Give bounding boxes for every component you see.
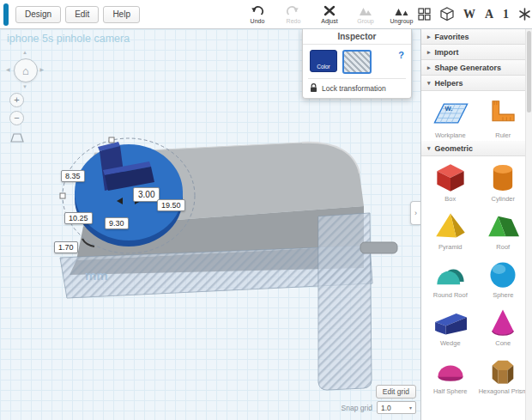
menu-edit[interactable]: Edit [65,6,99,23]
round-roof-shape-icon [431,258,470,290]
one-icon[interactable]: 1 [503,8,509,21]
lock-icon [310,83,317,93]
scrollbar-thumb[interactable] [527,31,531,113]
sidebar-scrollbar[interactable] [525,29,532,420]
shape-box[interactable]: Box [426,161,475,203]
export-icons: W A 1 [418,7,532,21]
orbit-down-icon[interactable]: ▼ [22,84,27,89]
group-icon [359,5,372,17]
shape-sphere[interactable]: Sphere [478,258,528,299]
divider [308,78,406,79]
help-icon[interactable]: ? [398,50,404,60]
redo-icon [287,5,299,17]
redo-label: Redo [287,18,301,24]
redo-button[interactable]: Redo [277,5,310,24]
shape-cone[interactable]: Cone [478,306,528,347]
section-shape-generators[interactable]: ▸ Shape Generators [421,60,532,76]
section-import[interactable]: ▸ Import [421,45,532,60]
shape-label: Pyramid [438,243,462,251]
shape-cylinder[interactable]: Cylinder [478,161,528,203]
section-geometric[interactable]: ▾ Geometric [421,141,532,156]
home-view-button[interactable]: ⌂ [14,58,38,82]
shapes-sidebar: ▸ Favorites ▸ Import ▸ Shape Generators … [420,29,532,420]
svg-text:W.: W. [444,105,452,113]
adjust-icon [323,5,336,17]
shape-roof[interactable]: Roof [478,210,528,251]
w-icon[interactable]: W [463,8,475,21]
shape-wedge[interactable]: Wedge [426,306,475,347]
shape-ruler[interactable]: Ruler [478,96,528,139]
toolbar: Undo Redo Adjust Group [241,5,418,24]
pyramid-shape-icon [431,210,470,242]
orbit-right-icon[interactable]: ▶ [39,66,44,72]
orbit-left-icon[interactable]: ◀ [6,66,10,72]
tinkercad-app: Design Edit Help Undo Redo Adju [0,0,532,420]
ungroup-button[interactable]: Ungroup [385,5,418,24]
ruler-icon [482,96,523,131]
helpers-grid: W. Workplane Ruler [421,91,532,141]
dimension-label[interactable]: 10.25 [64,212,93,224]
dropdown-caret-icon: ▾ [409,405,412,411]
snap-grid-label: Snap grid [342,404,372,412]
shape-label: Box [444,195,456,203]
section-favorites[interactable]: ▸ Favorites [421,29,532,45]
perspective-toggle-icon[interactable] [10,132,24,143]
shape-label: Cone [495,339,511,347]
geometric-grid: Box Cylinder Pyramid [421,156,532,397]
shape-label: Cylinder [491,195,515,203]
zoom-in-button[interactable]: + [9,93,24,107]
home-icon: ⌂ [22,64,29,77]
model-glass-column[interactable] [318,213,372,390]
snap-grid-value: 1.0 [381,404,391,412]
blocks-icon[interactable] [418,8,431,21]
model-blue-cylinder[interactable] [75,144,183,247]
transparent-material-swatch[interactable] [342,50,372,74]
undo-label: Undo [251,18,265,24]
design-title: iphone 5s pinhole camera [7,33,130,45]
a-icon[interactable]: A [485,8,493,21]
dimension-input[interactable]: 3.00 [133,187,160,202]
grid-controls: Edit grid Snap grid 1.0 ▾ [342,385,416,414]
half-sphere-shape-icon [431,354,470,387]
shape-label: Ruler [495,131,511,139]
edit-grid-button[interactable]: Edit grid [376,385,416,399]
cube-icon[interactable] [440,7,454,21]
sidebar-collapse-tab[interactable]: › [410,201,420,225]
undo-button[interactable]: Undo [241,5,274,24]
orbit-up-icon[interactable]: ▲ [22,50,27,55]
cylinder-shape-icon [483,161,523,194]
dimension-label[interactable]: 19.50 [157,199,185,211]
shape-round-roof[interactable]: Round Roof [426,258,475,299]
scale-handle[interactable] [60,193,65,198]
adjust-button[interactable]: Adjust [313,5,346,24]
shape-pyramid[interactable]: Pyramid [426,210,475,251]
zoom-out-button[interactable]: − [9,111,24,125]
snap-grid-select[interactable]: 1.0 ▾ [377,401,416,414]
color-swatch[interactable]: Color [310,50,337,72]
top-bar: Design Edit Help Undo Redo Adju [0,0,532,29]
menu-help[interactable]: Help [103,6,140,23]
scale-handle[interactable] [109,137,114,143]
chevron-icon: ▸ [427,49,431,56]
dimension-label[interactable]: 1.70 [54,241,78,253]
menu-design[interactable]: Design [15,6,61,23]
model-pin[interactable] [360,242,397,253]
tinkercad-logo-icon[interactable] [3,3,9,26]
shape-half-sphere[interactable]: Half Sphere [426,354,475,395]
star-icon[interactable] [518,8,531,21]
ungroup-icon [395,5,408,17]
zoom-controls: + − [9,93,24,143]
dimension-label[interactable]: 9.30 [105,217,129,229]
section-helpers[interactable]: ▾ Helpers [421,76,532,91]
group-button[interactable]: Group [349,5,382,24]
workplane-icon: W. [430,96,471,131]
menu-bar: Design Edit Help [15,6,140,23]
lock-transformation-button[interactable]: Lock transformation [303,80,411,98]
dimension-label[interactable]: 8.35 [61,170,85,182]
shape-hexagonal-prism[interactable]: Hexagonal Prism [478,354,528,395]
shape-workplane[interactable]: W. Workplane [426,96,475,139]
chevron-icon: ▸ [427,33,431,40]
workplane-canvas[interactable]: iphone 5s pinhole camera [0,29,420,420]
roof-shape-icon [483,210,523,242]
shape-label: Wedge [440,339,461,347]
